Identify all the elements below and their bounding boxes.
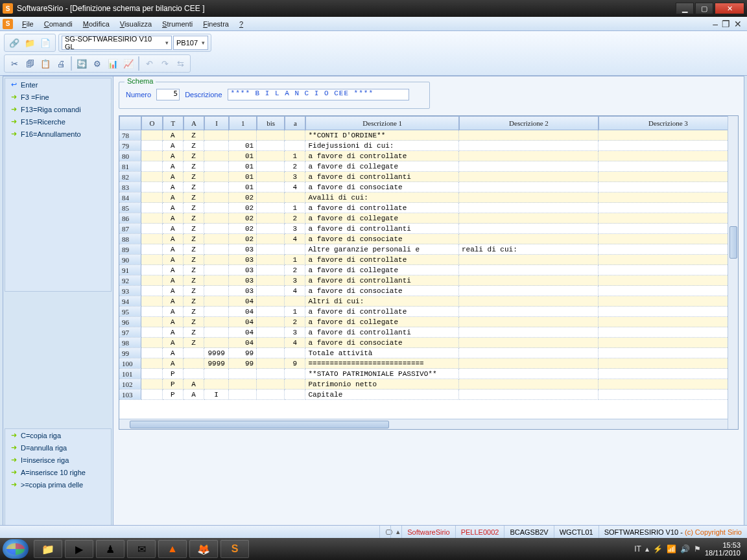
tray-clock[interactable]: 15:53 18/11/2010 xyxy=(705,541,741,557)
task-chess-icon[interactable]: ♟ xyxy=(96,540,124,558)
menu-item-[interactable]: ? xyxy=(234,19,248,29)
grid-cell[interactable]: A xyxy=(163,296,184,307)
table-row[interactable]: 101P **STATO PATRIMONIALE PASSIVO** xyxy=(119,369,738,379)
tool-folder-icon[interactable]: 📁 xyxy=(23,36,37,50)
tray-lang[interactable]: IT xyxy=(634,544,641,554)
grid-cell[interactable] xyxy=(141,327,162,338)
grid-cell[interactable]: A xyxy=(163,213,184,224)
grid-cell[interactable]: P xyxy=(163,369,184,379)
grid-cell[interactable] xyxy=(599,255,738,265)
menu-item-file[interactable]: File xyxy=(17,19,39,29)
grid-cell[interactable]: a favore di consociate xyxy=(305,234,459,244)
table-row[interactable]: 97AZ043a favore di controllanti xyxy=(119,327,738,338)
grid-cell[interactable]: 02 xyxy=(229,224,257,234)
grid-cell[interactable] xyxy=(141,151,162,161)
grid-cell[interactable] xyxy=(599,141,738,151)
grid-cell[interactable] xyxy=(141,182,162,192)
grid-cell[interactable] xyxy=(141,213,162,224)
grid-cell[interactable]: Z xyxy=(184,182,204,192)
grid-cell[interactable] xyxy=(141,234,162,244)
grid-cell[interactable]: A xyxy=(163,265,184,275)
grid-cell[interactable] xyxy=(204,130,229,141)
grid-cell[interactable] xyxy=(599,317,738,327)
grid-cell[interactable]: 1 xyxy=(285,255,305,265)
grid-cell[interactable] xyxy=(285,296,305,307)
grid-cell[interactable] xyxy=(599,213,738,224)
grid-cell[interactable]: Z xyxy=(184,317,204,327)
grid-cell[interactable] xyxy=(257,275,285,286)
grid-cell[interactable]: Altre garanzie personali e xyxy=(305,244,459,255)
sidebar-item-insert-row[interactable]: ➜I=inserisce riga xyxy=(5,454,111,466)
grid-cell[interactable] xyxy=(257,265,285,275)
grid-cell[interactable] xyxy=(459,224,599,234)
grid-cell[interactable] xyxy=(599,348,738,358)
grid-cell[interactable] xyxy=(204,265,229,275)
grid-cell[interactable]: 04 xyxy=(229,317,257,327)
grid-cell[interactable] xyxy=(285,390,305,400)
grid-cell[interactable]: A xyxy=(163,182,184,192)
grid-cell[interactable] xyxy=(285,244,305,255)
grid-cell[interactable]: 02 xyxy=(229,192,257,203)
grid-cell[interactable] xyxy=(204,182,229,192)
grid-cell[interactable] xyxy=(184,358,204,369)
grid-cell[interactable] xyxy=(599,161,738,172)
grid-cell[interactable]: **STATO PATRIMONIALE PASSIVO** xyxy=(305,369,459,379)
grid-cell[interactable] xyxy=(257,192,285,203)
table-row[interactable]: 90AZ031a favore di controllate xyxy=(119,255,738,265)
grid-cell[interactable] xyxy=(459,141,599,151)
vertical-scrollbar[interactable] xyxy=(728,116,738,429)
grid-cell[interactable]: 01 xyxy=(229,172,257,182)
grid-cell[interactable] xyxy=(229,390,257,400)
grid-cell[interactable] xyxy=(257,234,285,244)
grid-cell[interactable] xyxy=(459,182,599,192)
menu-item-finestra[interactable]: Finestra xyxy=(198,19,234,29)
tray-network-icon[interactable]: 📶 xyxy=(667,544,676,554)
grid-cell[interactable]: I xyxy=(204,390,229,400)
grid-cell[interactable] xyxy=(257,161,285,172)
grid-cell[interactable] xyxy=(285,379,305,390)
grid-cell[interactable]: a favore di controllanti xyxy=(305,275,459,286)
sidebar-item-insert-10-rows[interactable]: ➜A=inserisce 10 righe xyxy=(5,466,111,478)
task-vlc-icon[interactable]: ▲ xyxy=(158,540,187,558)
grid-cell[interactable] xyxy=(204,192,229,203)
grid-cell[interactable]: 9 xyxy=(285,358,305,369)
grid-column-header[interactable]: Descrizione 1 xyxy=(305,116,459,130)
tray-flag-icon[interactable]: ⚑ xyxy=(694,544,701,554)
grid-cell[interactable] xyxy=(141,192,162,203)
grid-cell[interactable]: A xyxy=(163,327,184,338)
grid-cell[interactable] xyxy=(204,161,229,172)
grid-cell[interactable] xyxy=(459,172,599,182)
grid-cell[interactable]: A xyxy=(163,348,184,358)
grid-cell[interactable]: 3 xyxy=(285,327,305,338)
grid-cell[interactable]: Z xyxy=(184,255,204,265)
grid-cell[interactable] xyxy=(599,327,738,338)
table-row[interactable]: 84AZ02Avalli di cui: xyxy=(119,192,738,203)
grid-cell[interactable]: Z xyxy=(184,172,204,182)
grid-cell[interactable]: 04 xyxy=(229,327,257,338)
mdi-restore-button[interactable]: ❐ xyxy=(722,19,730,29)
grid-cell[interactable]: 4 xyxy=(285,234,305,244)
scrollbar-thumb[interactable] xyxy=(130,421,389,428)
grid-cell[interactable]: Z xyxy=(184,296,204,307)
horizontal-scrollbar[interactable] xyxy=(119,419,728,429)
table-row[interactable]: 79AZ01Fidejussioni di cui: xyxy=(119,141,738,151)
grid-cell[interactable] xyxy=(141,286,162,296)
sidebar-item-f15[interactable]: ➜F15=Ricerche xyxy=(5,115,111,128)
grid-cell[interactable] xyxy=(459,275,599,286)
grid-cell[interactable] xyxy=(204,379,229,390)
grid-cell[interactable]: A xyxy=(163,161,184,172)
grid-cell[interactable]: a favore di consociate xyxy=(305,338,459,348)
grid-cell[interactable] xyxy=(257,213,285,224)
sidebar-item-copy-before[interactable]: ➜>=copia prima delle xyxy=(5,478,111,491)
grid-cell[interactable] xyxy=(257,286,285,296)
grid-cell[interactable] xyxy=(599,379,738,390)
menu-item-strumenti[interactable]: Strumenti xyxy=(157,19,198,29)
grid-cell[interactable]: A xyxy=(163,203,184,213)
grid-column-header[interactable]: 1 xyxy=(229,116,257,130)
grid-cell[interactable]: A xyxy=(163,275,184,286)
grid-cell[interactable]: Z xyxy=(184,192,204,203)
grid-cell[interactable]: Z xyxy=(184,151,204,161)
grid-cell[interactable]: 99 xyxy=(229,348,257,358)
table-row[interactable]: 103PAICapitale xyxy=(119,390,738,400)
grid-column-header[interactable]: bis xyxy=(257,116,285,130)
